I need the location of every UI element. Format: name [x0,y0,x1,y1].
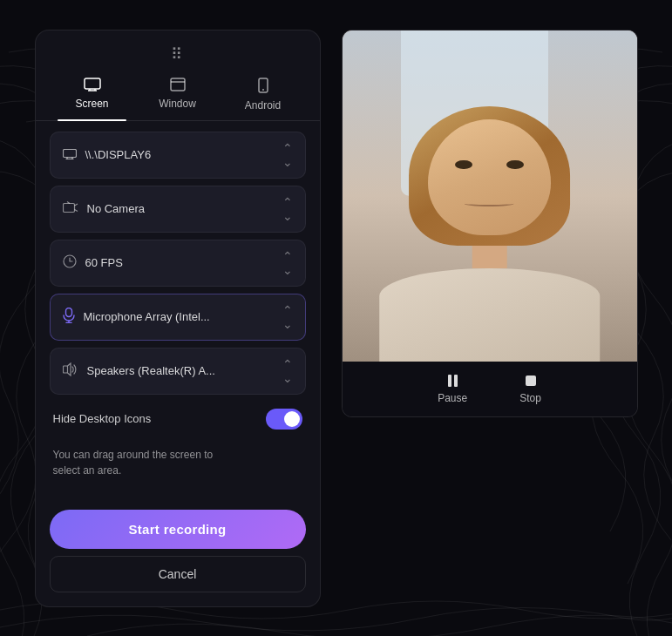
svg-rect-21 [63,366,67,373]
panel-body: \\.\DISPLAY6 ⌃⌄ No Camera [36,121,320,496]
tabs-bar: Screen Window Android [36,71,320,121]
stop-icon [522,374,540,388]
tab-window-label: Window [159,98,196,110]
display-select[interactable]: \\.\DISPLAY6 ⌃⌄ [50,132,306,179]
camera-label: No Camera [87,202,145,215]
face [428,119,552,235]
start-recording-button[interactable]: Start recording [50,510,306,549]
stop-square [526,376,536,386]
stop-label: Stop [519,392,541,404]
screen-tab-icon [84,78,101,94]
fps-label: 60 FPS [85,256,123,269]
camera-select-left: No Camera [63,201,145,216]
shirt [379,268,601,361]
display-chevron-icon: ⌃⌄ [282,141,293,169]
speakers-label: Speakers (Realtek(R) A... [87,364,215,377]
display-label: \\.\DISPLAY6 [85,148,152,161]
svg-rect-18 [65,308,71,317]
pause-label: Pause [438,392,467,404]
fps-select[interactable]: 60 FPS ⌃⌄ [50,240,306,287]
left-panel: ⠿ Screen [35,30,321,607]
fps-chevron-icon: ⌃⌄ [282,249,293,277]
svg-rect-9 [63,150,76,158]
pause-icon [444,374,461,388]
svg-point-8 [262,89,264,91]
android-tab-icon [258,78,268,96]
svg-rect-13 [63,204,74,213]
speakers-icon [63,362,78,379]
cancel-button[interactable]: Cancel [50,556,306,592]
microphone-label: Microphone Array (Intel... [84,310,210,323]
camera-select[interactable]: No Camera ⌃⌄ [50,186,306,233]
svg-rect-1 [85,78,100,89]
tab-window[interactable]: Window [135,78,221,120]
left-eye [455,160,472,170]
right-eye [506,160,524,170]
hide-desktop-icons-row: Hide Desktop Icons [50,402,306,436]
drag-handle-icon: ⠿ [171,44,184,64]
speakers-select-left: Speakers (Realtek(R) A... [63,362,215,379]
tab-screen-label: Screen [75,98,108,110]
svg-rect-5 [171,78,185,91]
pause-bar-left [448,375,451,387]
microphone-select-left: Microphone Array (Intel... [63,308,210,326]
camera-icon [63,201,78,216]
microphone-icon [63,308,75,326]
fps-icon [63,254,77,271]
display-icon [63,147,77,162]
hide-desktop-icons-toggle[interactable] [266,409,302,430]
speakers-select[interactable]: Speakers (Realtek(R) A... ⌃⌄ [50,348,306,395]
hint-text: You can drag around the screen to select… [50,443,306,478]
tab-android-label: Android [245,99,281,112]
window-tab-icon [170,78,186,94]
panel-header: ⠿ [36,30,320,71]
toggle-label: Hide Desktop Icons [53,412,152,425]
video-area [343,30,637,362]
video-controls: Pause Stop [343,362,637,416]
stop-button[interactable]: Stop [519,374,541,404]
speakers-chevron-icon: ⌃⌄ [282,357,293,385]
video-preview-panel: Pause Stop [342,30,638,417]
pause-bar-right [454,375,458,387]
pause-button[interactable]: Pause [438,374,467,404]
tab-screen[interactable]: Screen [50,78,135,120]
mouth [465,200,514,206]
fps-select-left: 60 FPS [63,254,123,271]
camera-chevron-icon: ⌃⌄ [282,195,293,223]
content-wrapper: ⠿ Screen [17,0,655,636]
microphone-select[interactable]: Microphone Array (Intel... ⌃⌄ [50,294,306,341]
tab-android[interactable]: Android [221,78,306,120]
display-select-left: \\.\DISPLAY6 [63,147,152,162]
microphone-chevron-icon: ⌃⌄ [282,303,293,331]
